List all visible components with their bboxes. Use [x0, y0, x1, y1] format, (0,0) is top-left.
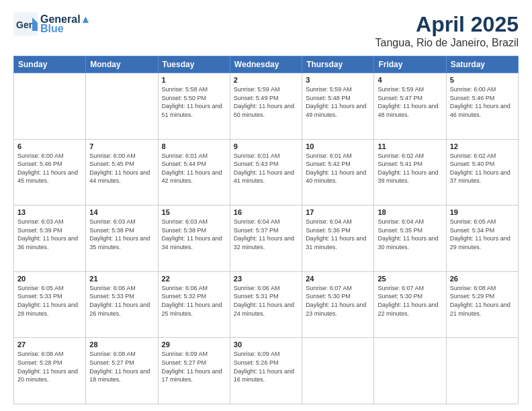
- cell-info: Sunrise: 6:05 AM Sunset: 5:33 PM Dayligh…: [17, 284, 82, 318]
- day-number: 17: [306, 208, 370, 216]
- location: Tangua, Rio de Janeiro, Brazil: [375, 37, 519, 49]
- cell-info: Sunrise: 6:01 AM Sunset: 5:42 PM Dayligh…: [306, 152, 370, 185]
- day-number: 19: [450, 208, 515, 216]
- day-number: 27: [17, 340, 82, 349]
- week-row-3: 13Sunrise: 6:03 AM Sunset: 5:39 PM Dayli…: [14, 205, 519, 272]
- day-number: 24: [306, 275, 370, 283]
- day-number: 3: [306, 76, 370, 84]
- cell-info: Sunrise: 6:00 AM Sunset: 5:45 PM Dayligh…: [89, 152, 154, 185]
- cell-info: Sunrise: 6:05 AM Sunset: 5:34 PM Dayligh…: [450, 218, 515, 251]
- cell-info: Sunrise: 6:06 AM Sunset: 5:31 PM Dayligh…: [234, 284, 298, 318]
- day-number: 29: [162, 340, 226, 349]
- cell-info: Sunrise: 5:59 AM Sunset: 5:49 PM Dayligh…: [234, 85, 298, 119]
- cell-info: Sunrise: 6:08 AM Sunset: 5:29 PM Dayligh…: [450, 284, 515, 318]
- calendar-cell: 24Sunrise: 6:07 AM Sunset: 5:30 PM Dayli…: [302, 271, 374, 338]
- header: Gen General▲ Blue April 2025 Tangua, Rio…: [13, 12, 519, 49]
- cell-info: Sunrise: 6:06 AM Sunset: 5:32 PM Dayligh…: [162, 284, 226, 318]
- calendar-cell: [446, 338, 518, 404]
- cell-info: Sunrise: 6:03 AM Sunset: 5:39 PM Dayligh…: [17, 218, 82, 251]
- day-number: 28: [89, 340, 154, 349]
- cell-info: Sunrise: 5:59 AM Sunset: 5:47 PM Dayligh…: [378, 85, 442, 119]
- day-number: 26: [450, 275, 515, 283]
- day-header-friday: Friday: [374, 56, 446, 73]
- day-number: 7: [89, 142, 154, 150]
- day-header-thursday: Thursday: [302, 56, 374, 73]
- calendar-cell: 20Sunrise: 6:05 AM Sunset: 5:33 PM Dayli…: [14, 271, 86, 338]
- day-header-monday: Monday: [86, 56, 158, 73]
- calendar-header-row: SundayMondayTuesdayWednesdayThursdayFrid…: [14, 56, 519, 73]
- week-row-5: 27Sunrise: 6:08 AM Sunset: 5:28 PM Dayli…: [14, 338, 519, 404]
- calendar-cell: 7Sunrise: 6:00 AM Sunset: 5:45 PM Daylig…: [86, 139, 158, 205]
- calendar-cell: 16Sunrise: 6:04 AM Sunset: 5:37 PM Dayli…: [230, 205, 302, 272]
- calendar-cell: 6Sunrise: 6:00 AM Sunset: 5:46 PM Daylig…: [14, 139, 86, 205]
- cell-info: Sunrise: 6:00 AM Sunset: 5:46 PM Dayligh…: [17, 152, 82, 185]
- day-number: 16: [234, 208, 298, 216]
- day-number: 23: [234, 275, 298, 283]
- day-number: 8: [162, 142, 226, 150]
- calendar-cell: 15Sunrise: 6:03 AM Sunset: 5:38 PM Dayli…: [158, 205, 230, 272]
- calendar-cell: [86, 73, 158, 140]
- calendar-cell: 17Sunrise: 6:04 AM Sunset: 5:36 PM Dayli…: [302, 205, 374, 272]
- week-row-1: 1Sunrise: 5:58 AM Sunset: 5:50 PM Daylig…: [14, 73, 519, 140]
- calendar-cell: 25Sunrise: 6:07 AM Sunset: 5:30 PM Dayli…: [374, 271, 446, 338]
- calendar-cell: [14, 73, 86, 140]
- day-number: 9: [234, 142, 298, 150]
- week-row-2: 6Sunrise: 6:00 AM Sunset: 5:46 PM Daylig…: [14, 139, 519, 205]
- calendar-cell: 18Sunrise: 6:04 AM Sunset: 5:35 PM Dayli…: [374, 205, 446, 272]
- cell-info: Sunrise: 6:09 AM Sunset: 5:26 PM Dayligh…: [234, 350, 298, 383]
- day-number: 30: [234, 340, 298, 349]
- cell-info: Sunrise: 6:02 AM Sunset: 5:40 PM Dayligh…: [450, 152, 515, 185]
- cell-info: Sunrise: 6:06 AM Sunset: 5:33 PM Dayligh…: [89, 284, 154, 318]
- calendar-cell: 26Sunrise: 6:08 AM Sunset: 5:29 PM Dayli…: [446, 271, 518, 338]
- day-number: 4: [378, 76, 442, 84]
- logo: Gen General▲ Blue: [13, 12, 91, 36]
- calendar-cell: 2Sunrise: 5:59 AM Sunset: 5:49 PM Daylig…: [230, 73, 302, 140]
- day-header-tuesday: Tuesday: [158, 56, 230, 73]
- title-block: April 2025 Tangua, Rio de Janeiro, Brazi…: [375, 12, 519, 49]
- calendar-cell: 22Sunrise: 6:06 AM Sunset: 5:32 PM Dayli…: [158, 271, 230, 338]
- cell-info: Sunrise: 6:04 AM Sunset: 5:35 PM Dayligh…: [378, 218, 442, 251]
- cell-info: Sunrise: 6:09 AM Sunset: 5:27 PM Dayligh…: [162, 350, 226, 383]
- cell-info: Sunrise: 6:07 AM Sunset: 5:30 PM Dayligh…: [378, 284, 442, 318]
- calendar-cell: 8Sunrise: 6:01 AM Sunset: 5:44 PM Daylig…: [158, 139, 230, 205]
- cell-info: Sunrise: 6:02 AM Sunset: 5:41 PM Dayligh…: [378, 152, 442, 185]
- day-number: 20: [17, 275, 82, 283]
- calendar-cell: 14Sunrise: 6:03 AM Sunset: 5:38 PM Dayli…: [86, 205, 158, 272]
- day-number: 12: [450, 142, 515, 150]
- svg-text:Gen: Gen: [16, 19, 34, 30]
- day-number: 18: [378, 208, 442, 216]
- cell-info: Sunrise: 6:01 AM Sunset: 5:44 PM Dayligh…: [162, 152, 226, 185]
- logo-icon: Gen: [13, 12, 38, 36]
- day-number: 15: [162, 208, 226, 216]
- day-number: 1: [162, 76, 226, 84]
- day-number: 25: [378, 275, 442, 283]
- calendar-cell: [302, 338, 374, 404]
- calendar-cell: 23Sunrise: 6:06 AM Sunset: 5:31 PM Dayli…: [230, 271, 302, 338]
- month-title: April 2025: [375, 12, 519, 37]
- calendar-cell: 10Sunrise: 6:01 AM Sunset: 5:42 PM Dayli…: [302, 139, 374, 205]
- calendar-cell: [374, 338, 446, 404]
- day-number: 2: [234, 76, 298, 84]
- calendar-cell: 27Sunrise: 6:08 AM Sunset: 5:28 PM Dayli…: [14, 338, 86, 404]
- cell-info: Sunrise: 6:04 AM Sunset: 5:36 PM Dayligh…: [306, 218, 370, 251]
- day-header-sunday: Sunday: [14, 56, 86, 73]
- calendar-cell: 11Sunrise: 6:02 AM Sunset: 5:41 PM Dayli…: [374, 139, 446, 205]
- calendar-cell: 21Sunrise: 6:06 AM Sunset: 5:33 PM Dayli…: [86, 271, 158, 338]
- cell-info: Sunrise: 6:04 AM Sunset: 5:37 PM Dayligh…: [234, 218, 298, 251]
- calendar-cell: 28Sunrise: 6:08 AM Sunset: 5:27 PM Dayli…: [86, 338, 158, 404]
- calendar-cell: 9Sunrise: 6:01 AM Sunset: 5:43 PM Daylig…: [230, 139, 302, 205]
- calendar-cell: 3Sunrise: 5:59 AM Sunset: 5:48 PM Daylig…: [302, 73, 374, 140]
- day-number: 10: [306, 142, 370, 150]
- calendar-cell: 12Sunrise: 6:02 AM Sunset: 5:40 PM Dayli…: [446, 139, 518, 205]
- cell-info: Sunrise: 6:03 AM Sunset: 5:38 PM Dayligh…: [162, 218, 226, 251]
- calendar-cell: 13Sunrise: 6:03 AM Sunset: 5:39 PM Dayli…: [14, 205, 86, 272]
- calendar-cell: 5Sunrise: 6:00 AM Sunset: 5:46 PM Daylig…: [446, 73, 518, 140]
- cell-info: Sunrise: 6:08 AM Sunset: 5:28 PM Dayligh…: [17, 350, 82, 383]
- calendar-cell: 29Sunrise: 6:09 AM Sunset: 5:27 PM Dayli…: [158, 338, 230, 404]
- page: Gen General▲ Blue April 2025 Tangua, Rio…: [0, 0, 532, 411]
- day-number: 22: [162, 275, 226, 283]
- calendar-cell: 4Sunrise: 5:59 AM Sunset: 5:47 PM Daylig…: [374, 73, 446, 140]
- calendar-cell: 1Sunrise: 5:58 AM Sunset: 5:50 PM Daylig…: [158, 73, 230, 140]
- day-number: 14: [89, 208, 154, 216]
- day-number: 21: [89, 275, 154, 283]
